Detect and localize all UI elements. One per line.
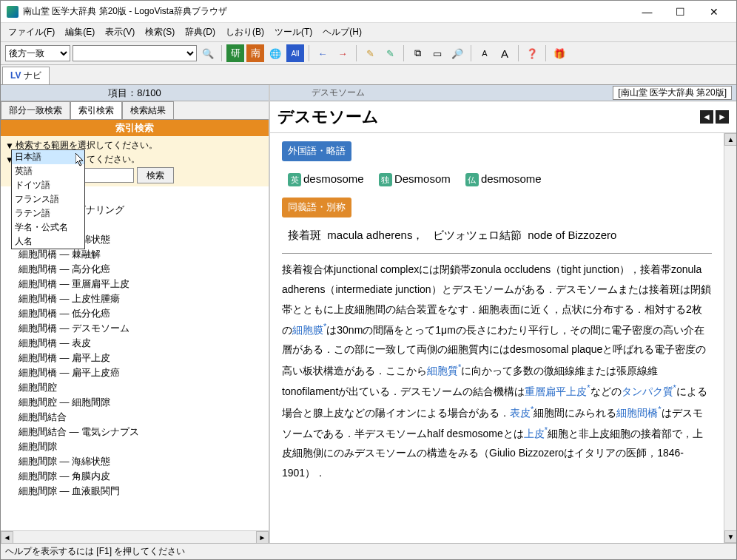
status-text: ヘルプを表示するには [F1] を押してください (5, 545, 185, 558)
menu-view[interactable]: 表示(V) (101, 24, 139, 40)
foreign-lang-badge: 外国語・略語 (282, 141, 351, 161)
menubar: ファイル(F) 編集(E) 表示(V) 検索(S) 辞典(D) しおり(B) ツ… (1, 23, 736, 42)
menu-search[interactable]: 検索(S) (141, 24, 179, 40)
link-epidermis[interactable]: 表皮 (510, 406, 531, 418)
menu-help[interactable]: ヘルプ(H) (318, 24, 366, 40)
close-button[interactable]: ✕ (697, 1, 730, 22)
list-item[interactable]: 細胞間隙 ― 血液眼関門 (18, 484, 269, 499)
navi-tab[interactable]: LV ナビ (2, 67, 50, 84)
list-item[interactable]: 細胞間橋 ― 扁平上皮 (18, 351, 269, 365)
scope-option-japanese[interactable]: 日本語 (12, 150, 84, 164)
scope-option-scientific[interactable]: 学名・公式名 (12, 220, 84, 235)
menu-tool[interactable]: ツール(T) (270, 24, 317, 40)
definition-text: 接着複合体junctional complexには閉鎖帯zonula occlu… (282, 253, 712, 482)
search-term-select[interactable] (73, 45, 197, 61)
all-icon[interactable]: All (286, 44, 304, 62)
menu-bookmark[interactable]: しおり(B) (221, 24, 269, 40)
right-panel: デスモソーム [南山堂 医学大辞典 第20版] デスモソーム ◄ ► 外国語・略… (270, 85, 736, 543)
binoculars-icon[interactable]: 🔍 (199, 44, 217, 62)
whatsthis-icon[interactable]: ❓ (523, 44, 541, 62)
prev-article-button[interactable]: ◄ (700, 110, 713, 124)
back-arrow-icon[interactable]: ← (314, 44, 332, 62)
link-epithelium[interactable]: 上皮 (524, 427, 545, 439)
toolbar: 後方一致 🔍 研 南 🌐 All ← → ✎ ✎ ⧉ ▭ 🔎 A A ❓ 🎁 (1, 42, 736, 65)
fontsize-small-icon[interactable]: A (476, 44, 494, 62)
search2-icon[interactable]: 🔎 (448, 44, 466, 62)
link-cell-bridge[interactable]: 細胞間橋 (616, 406, 658, 418)
scope-option-latin[interactable]: ラテン語 (12, 206, 84, 220)
syn1-jp: 接着斑 (288, 229, 321, 241)
list-item[interactable]: 細胞間橋 ― 低分化癌 (18, 306, 269, 321)
scope-option-german[interactable]: ドイツ語 (12, 178, 84, 192)
synonym-badge: 同義語・別称 (282, 198, 351, 217)
tab-results[interactable]: 検索結果 (122, 101, 174, 119)
dict-orange-icon[interactable]: 南 (246, 44, 264, 62)
app-icon (7, 6, 18, 18)
dict-green-icon[interactable]: 研 (226, 44, 244, 62)
menu-file[interactable]: ファイル(F) (4, 24, 59, 40)
list-item[interactable]: 細胞間結合 (18, 410, 269, 425)
scroll-left-icon[interactable]: ◄ (1, 531, 13, 543)
menu-edit[interactable]: 編集(E) (61, 24, 99, 40)
h-scrollbar[interactable]: ◄ ► (1, 530, 269, 543)
cond-label-suffix: してください。 (78, 153, 140, 166)
pencil2-icon[interactable]: ✎ (381, 44, 399, 62)
list-item[interactable]: 細胞間橋 ― 棘融解 (18, 247, 269, 262)
list-item[interactable]: 細胞間橋 ― 高分化癌 (18, 262, 269, 277)
search-button[interactable]: 検索 (137, 167, 174, 183)
syn2-en: node of Bizzozero (528, 229, 616, 241)
list-item[interactable]: 細胞間橋 ― 表皮 (18, 336, 269, 351)
minimize-button[interactable]: — (630, 1, 664, 22)
scope-option-french[interactable]: フランス語 (12, 192, 84, 206)
syn2-jp: ビツォツェロ結節 (433, 229, 522, 241)
card-icon[interactable]: ▭ (428, 44, 446, 62)
globe-icon[interactable]: 🌐 (266, 44, 284, 62)
nav-tabstrip: LV ナビ (1, 65, 736, 85)
match-mode-select[interactable]: 後方一致 (5, 45, 70, 61)
titlebar: 南山堂 医学大辞典 第20版 - LogoVista辞典ブラウザ — ☐ ✕ (1, 1, 736, 23)
menu-dict[interactable]: 辞典(D) (181, 24, 220, 40)
maximize-button[interactable]: ☐ (664, 1, 697, 22)
list-item[interactable]: 細胞間橋 ― 重層扁平上皮 (18, 277, 269, 291)
v-scrollbar[interactable]: ▲ ▼ (724, 133, 736, 543)
scroll-down-icon[interactable]: ▼ (724, 530, 736, 543)
link-cell-membrane[interactable]: 細胞膜 (292, 324, 323, 336)
scope-dropdown[interactable]: 日本語 英語 ドイツ語 フランス語 ラテン語 学名・公式名 人名 (11, 149, 85, 249)
list-item[interactable]: 細胞間隙 (18, 439, 269, 454)
scroll-right-icon[interactable]: ► (256, 531, 269, 543)
forward-arrow-icon[interactable]: → (334, 44, 351, 62)
scope-option-person[interactable]: 人名 (12, 235, 84, 249)
pencil1-icon[interactable]: ✎ (361, 44, 379, 62)
search-section-title: 索引検索 (1, 120, 269, 136)
next-article-button[interactable]: ► (716, 110, 729, 124)
list-item[interactable]: 細胞間腔 ― 細胞間隙 (18, 395, 269, 410)
tab-index-search[interactable]: 索引検索 (70, 101, 122, 119)
fontsize-large-icon[interactable]: A (496, 44, 514, 62)
article-body: 外国語・略語 英desmosome 独Desmosom 仏desmosome 同… (270, 133, 724, 543)
link-stratified-epi[interactable]: 重層扁平上皮 (525, 385, 587, 397)
list-item[interactable]: 細胞間隙 ― 角膜内皮 (18, 469, 269, 484)
tab-partial-match[interactable]: 部分一致検索 (1, 101, 70, 119)
link-cytoplasm[interactable]: 細胞質 (427, 365, 458, 377)
link-protein[interactable]: タンパク質 (622, 385, 673, 397)
gift-icon[interactable]: 🎁 (551, 44, 568, 62)
dict-label: [南山堂 医学大辞典 第20版] (613, 86, 732, 100)
french-chip-icon: 仏 (465, 173, 479, 186)
term-fr: desmosome (481, 172, 542, 185)
term-en: desmosome (303, 172, 364, 185)
list-item[interactable]: 細胞間橋 ― 扁平上皮癌 (18, 365, 269, 380)
statusbar: ヘルプを表示するには [F1] を押してください (1, 543, 736, 559)
scroll-up-icon[interactable]: ▲ (724, 133, 736, 146)
list-item[interactable]: 細胞間結合 ― 電気シナプス (18, 425, 269, 439)
list-item[interactable]: 細胞間橋 ― デスモソーム (18, 321, 269, 336)
list-item[interactable]: 細胞間腔 (18, 380, 269, 395)
list-item[interactable]: 細胞間隙 ― 海綿状態 (18, 454, 269, 469)
window-title: 南山堂 医学大辞典 第20版 - LogoVista辞典ブラウザ (23, 5, 630, 18)
list-item[interactable]: 細胞間橋 ― 上皮性腫瘍 (18, 291, 269, 306)
item-count-header: 項目：8/100 (1, 85, 269, 101)
breadcrumb: デスモソーム (312, 87, 365, 99)
syn1-la: macula adherens， (327, 229, 423, 241)
scope-option-english[interactable]: 英語 (12, 164, 84, 178)
english-chip-icon: 英 (288, 173, 301, 186)
copy-icon[interactable]: ⧉ (408, 44, 426, 62)
